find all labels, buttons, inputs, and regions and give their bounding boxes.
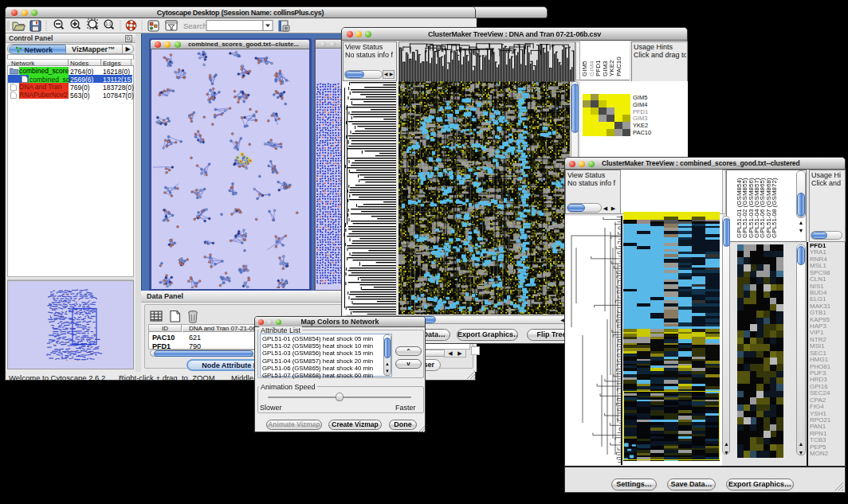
svg-text:1:1: 1:1 <box>106 21 112 26</box>
svg-text:Search:: Search: <box>183 21 210 30</box>
